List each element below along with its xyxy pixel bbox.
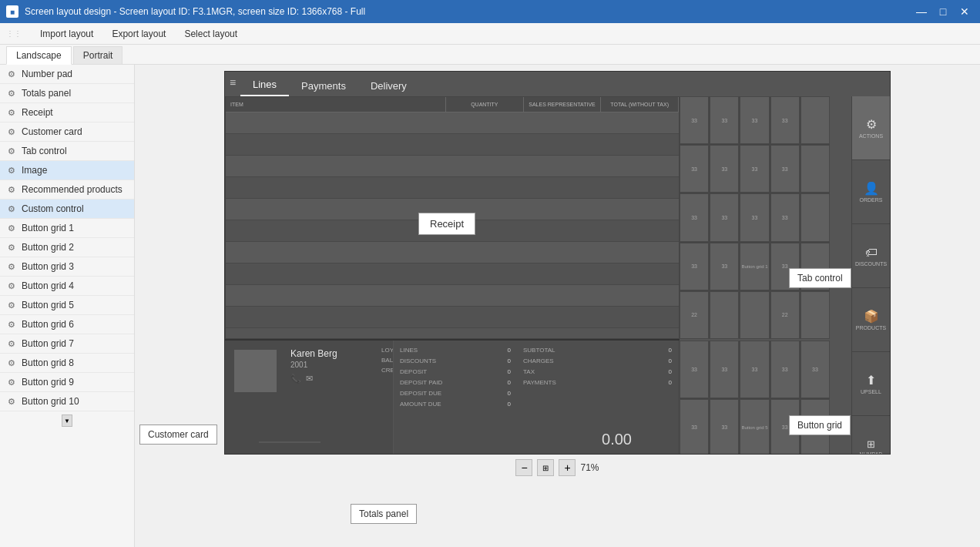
sidebar-item-button-grid-1[interactable]: ⚙ Button grid 1	[0, 219, 134, 238]
sidebar-scroll-down[interactable]: ▼	[62, 414, 72, 427]
screen-tab-payments[interactable]: Payments	[289, 76, 358, 96]
totals-row-payments: PAYMENTS 0	[523, 379, 672, 386]
grid-cell[interactable]: 33	[740, 145, 769, 193]
sidebar-item-button-grid-5[interactable]: ⚙ Button grid 5	[0, 296, 134, 315]
menu-bar: ⋮⋮ Import layout Export layout Select la…	[0, 23, 980, 45]
grid-cell[interactable]: 33	[770, 341, 800, 398]
gear-icon: ⚙	[6, 396, 17, 407]
grid-cell	[800, 291, 830, 339]
actions-icon: ⚙	[866, 117, 877, 132]
action-button-upsell[interactable]: ⬆ UPSELL	[852, 352, 890, 416]
sidebar-item-button-grid-8[interactable]: ⚙ Button grid 8	[0, 354, 134, 373]
grid-cell[interactable]: 33	[740, 96, 769, 144]
grid-cell[interactable]: 33	[680, 145, 709, 193]
customer-info: Karen Berg 2001 📞 ✉	[286, 341, 378, 455]
zoom-out-button[interactable]: −	[515, 459, 532, 476]
grid-cell[interactable]: 33	[680, 96, 709, 144]
sidebar-item-button-grid-4[interactable]: ⚙ Button grid 4	[0, 277, 134, 296]
grid-cell[interactable]: 33	[680, 243, 709, 290]
gear-icon: ⚙	[6, 223, 17, 233]
table-row	[226, 242, 679, 263]
tab-landscape[interactable]: Landscape	[6, 46, 72, 65]
action-button-products[interactable]: 📦 PRODUCTS	[852, 288, 890, 352]
grid-cell[interactable]: 33	[680, 341, 709, 398]
sidebar-item-recommended-products[interactable]: ⚙ Recommended products	[0, 180, 134, 200]
grid-cell[interactable]: 33	[740, 193, 769, 241]
minimize-button[interactable]: —	[912, 4, 931, 19]
totals-left: LINES 0 DISCOUNTS 0 DEPOSIT 0 DEPOSIT	[394, 341, 517, 455]
sidebar-item-button-grid-2[interactable]: ⚙ Button grid 2	[0, 238, 134, 257]
grid-cell[interactable]: 33	[770, 145, 800, 193]
sidebar-item-custom-control[interactable]: ⚙ Custom control	[0, 200, 134, 219]
totals-row-subtotal: SUBTOTAL 0	[523, 347, 672, 354]
menu-export-layout[interactable]: Export layout	[109, 25, 169, 42]
grid-cell[interactable]: 33	[770, 193, 800, 241]
sidebar-item-number-pad[interactable]: ⚙ Number pad	[0, 65, 134, 84]
sidebar-item-button-grid-3[interactable]: ⚙ Button grid 3	[0, 257, 134, 277]
gear-icon: ⚙	[6, 357, 17, 368]
action-button-discounts[interactable]: 🏷 DISCOUNTS	[852, 224, 890, 288]
zoom-in-button[interactable]: +	[559, 459, 576, 476]
zoom-fit-button[interactable]: ⊞	[537, 459, 554, 476]
main-layout: ⚙ Number pad ⚙ Totals panel ⚙ Receipt ⚙ …	[0, 65, 980, 547]
numpad-icon: ⊞	[867, 438, 875, 450]
action-label: NUMPAD	[860, 451, 883, 455]
grid-cell[interactable]: 33	[710, 243, 739, 290]
sidebar-item-totals-panel[interactable]: ⚙ Totals panel	[0, 84, 134, 103]
col-sales-rep: SALES REPRESENTATIVE	[524, 97, 602, 112]
totals-row-charges: CHARGES 0	[523, 357, 672, 364]
grid-cell[interactable]: 33	[710, 399, 739, 455]
tab-control-callout: Tab control	[789, 268, 851, 288]
receipt-header: ITEM QUANTITY SALES REPRESENTATIVE TOTAL…	[226, 97, 679, 112]
totals-panel-callout: Totals panel	[351, 504, 417, 524]
col-item: ITEM	[226, 97, 446, 112]
grid-cell[interactable]: 33	[740, 341, 769, 398]
grid-cell[interactable]: 33	[680, 399, 709, 455]
gear-icon: ⚙	[6, 146, 17, 156]
gear-icon: ⚙	[6, 300, 17, 310]
grid-cell[interactable]: 33	[710, 193, 739, 241]
totals-row-discounts: DISCOUNTS 0	[400, 357, 511, 364]
receipt-label: Receipt	[418, 213, 475, 235]
sidebar-item-tab-control[interactable]: ⚙ Tab control	[0, 142, 134, 161]
hamburger-icon[interactable]: ≡	[230, 76, 236, 89]
sidebar-item-receipt[interactable]: ⚙ Receipt	[0, 103, 134, 122]
screen-tab-delivery[interactable]: Delivery	[358, 76, 419, 96]
gear-icon: ⚙	[6, 107, 17, 118]
grid-cell[interactable]: 33	[710, 96, 739, 144]
grid-cell[interactable]: 33	[710, 145, 739, 193]
email-icon: ✉	[306, 374, 313, 384]
customer-name: Karen Berg	[290, 348, 374, 359]
table-row	[226, 156, 679, 177]
grid-cell[interactable]: 33	[680, 193, 709, 241]
sidebar-item-customer-card[interactable]: ⚙ Customer card	[0, 122, 134, 142]
bottom-grids: 33 33 33 33 33 33 33 Button grid 5 33 33	[680, 341, 830, 455]
action-button-numpad[interactable]: ⊞ NUMPAD	[852, 416, 890, 455]
action-button-orders[interactable]: 👤 ORDERS	[852, 160, 890, 224]
right-panel-grids: 33 33 33 33 33 33 33 33 33 33 33 33 33 3…	[680, 96, 830, 339]
sidebar-item-button-grid-10[interactable]: ⚙ Button grid 10	[0, 392, 134, 411]
sidebar-item-button-grid-9[interactable]: ⚙ Button grid 9	[0, 373, 134, 392]
sidebar-item-button-grid-7[interactable]: ⚙ Button grid 7	[0, 334, 134, 354]
sidebar-item-image[interactable]: ⚙ Image	[0, 161, 134, 180]
close-button[interactable]: ✕	[955, 4, 974, 19]
action-button-actions[interactable]: ⚙ ACTIONS	[852, 96, 890, 160]
grid-cell	[740, 291, 769, 339]
phone-icon: 📞	[290, 374, 301, 384]
tab-portrait[interactable]: Portrait	[73, 46, 123, 64]
menu-import-layout[interactable]: Import layout	[37, 25, 96, 42]
grid-cell[interactable]: 33	[800, 341, 830, 398]
grid-cell[interactable]: 33	[710, 341, 739, 398]
grid-cell[interactable]: Button grid 1	[740, 243, 769, 290]
totals-row-amount-due: AMOUNT DUE 0	[400, 401, 511, 408]
col-quantity: QUANTITY	[446, 97, 524, 112]
screen-tab-lines[interactable]: Lines	[240, 74, 289, 96]
maximize-button[interactable]: □	[934, 4, 952, 19]
grid-cell[interactable]: 22	[770, 291, 800, 339]
sidebar-item-button-grid-6[interactable]: ⚙ Button grid 6	[0, 315, 134, 334]
grid-cell[interactable]: 33	[770, 96, 800, 144]
menu-select-layout[interactable]: Select layout	[181, 25, 240, 42]
grid-cell[interactable]: 22	[680, 291, 709, 339]
gear-icon: ⚙	[6, 88, 17, 99]
grid-cell[interactable]: Button grid 5	[740, 399, 769, 455]
